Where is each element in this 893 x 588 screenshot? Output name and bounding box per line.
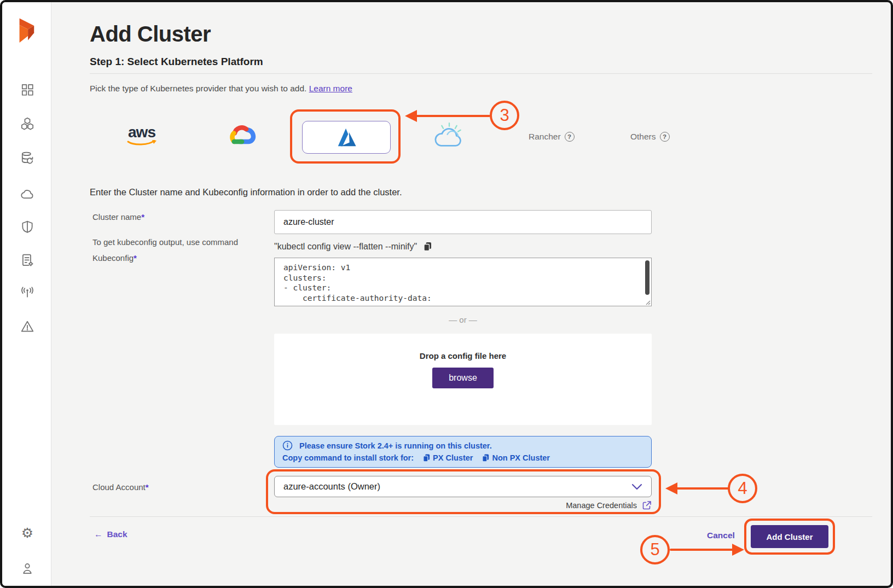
gcp-logo-icon [225,123,257,148]
sidebar-item-profile[interactable] [20,561,35,576]
stork-info-alert: Please ensure Stork 2.4+ is running on t… [274,436,652,468]
copy-icon [482,453,490,462]
cloud-account-value: azure-accounts (Owner) [283,481,380,492]
drop-text: Drop a config file here [274,351,652,360]
back-button[interactable]: ← Back [94,529,127,539]
annotation-arrowhead-5 [732,544,744,556]
cluster-name-label: Cluster name* [92,212,144,222]
add-cluster-button[interactable]: Add Cluster [751,525,828,548]
alert-copy-prefix: Copy command to install stork for: [282,453,414,462]
aws-logo-icon: aws [125,125,159,140]
annotation-circle-5: 5 [640,535,670,564]
cubes-icon [20,117,34,131]
rancher-label: Rancher [529,132,561,142]
provider-gcp[interactable] [225,123,257,150]
chevron-down-icon [631,484,642,490]
sidebar-item-rules[interactable] [20,253,35,268]
non-px-cluster-copy-link[interactable]: Non PX Cluster [482,453,550,462]
manage-credentials-link[interactable]: Manage Credentials [566,501,637,510]
shield-icon [20,220,34,234]
required-mark: * [134,253,137,263]
required-mark: * [141,212,144,222]
page-title: Add Cluster [90,22,211,46]
back-arrow-icon: ← [94,529,103,539]
or-divider: — or — [274,315,652,324]
config-dropzone[interactable]: Drop a config file here browse [274,334,652,425]
header-divider [90,73,872,74]
cloud-account-label: Cloud Account* [92,482,149,492]
provider-azure-selected[interactable] [302,121,391,154]
cancel-button[interactable]: Cancel [707,531,735,540]
provider-rancher[interactable]: Rancher ? [529,132,575,142]
cloud-account-select[interactable]: azure-accounts (Owner) [274,476,652,497]
sidebar-item-backups[interactable] [20,150,35,166]
sidebar: ⚙ [2,2,51,586]
provider-ibm-cloud[interactable] [432,121,466,152]
provider-others[interactable]: Others ? [630,132,670,142]
portworx-logo-icon [16,16,38,47]
warning-icon [20,319,34,334]
sidebar-item-monitoring[interactable] [20,284,35,300]
kubeconfig-command-row: "kubectl config view --flatten --minify" [274,241,433,252]
sidebar-item-clusters[interactable] [20,116,35,131]
cloud-rays-icon [432,121,466,150]
aws-swoosh-icon [126,140,157,148]
info-icon [282,440,293,451]
annotation-arrowline-3 [416,115,490,117]
scrollbar-thumb[interactable] [645,260,650,295]
sidebar-item-dashboard[interactable] [20,82,35,97]
annotation-arrowline-4 [676,487,729,490]
gear-icon: ⚙ [21,526,33,540]
rancher-help-icon[interactable]: ? [565,132,575,142]
provider-aws[interactable]: aws [125,125,159,150]
footer-divider [90,516,872,517]
kubeconfig-textarea-wrap: apiVersion: v1 clusters: - cluster: cert… [274,258,652,306]
kubeconfig-label: Kubeconfig* [92,253,137,263]
browse-button[interactable]: browse [432,368,494,388]
annotation-circle-4: 4 [728,474,757,503]
add-cluster-window: ⚙ Add Cluster Step 1: Select Kubernetes … [0,0,893,588]
grid-icon [20,83,34,97]
section-intro: Enter the Cluster name and Kubeconfig in… [90,187,402,197]
cloud-icon [20,187,34,201]
manage-credentials-row: Manage Credentials [274,500,652,510]
user-icon [20,561,34,575]
required-mark: * [146,482,149,492]
annotation-arrowline-5 [670,549,734,551]
external-link-icon[interactable] [642,500,652,510]
intro-text: Pick the type of Kubernetes provider tha… [90,84,352,94]
kubeconfig-textarea[interactable]: apiVersion: v1 clusters: - cluster: cert… [275,258,651,306]
step-heading: Step 1: Select Kubernetes Platform [90,56,263,68]
annotation-circle-3: 3 [490,101,519,130]
sidebar-item-alerts[interactable] [20,319,35,334]
alert-message: Please ensure Stork 2.4+ is running on t… [299,441,492,450]
others-help-icon[interactable]: ? [660,132,670,142]
copy-command-icon[interactable] [422,241,433,252]
broadcast-icon [20,285,34,299]
annotation-arrowhead-3 [405,110,417,122]
learn-more-link[interactable]: Learn more [309,84,352,93]
others-label: Others [630,132,656,142]
copy-icon [422,453,431,462]
kubeconfig-command: "kubectl config view --flatten --minify" [274,242,417,252]
annotation-arrowhead-4 [665,482,677,494]
px-cluster-copy-link[interactable]: PX Cluster [422,453,473,462]
resize-grip-icon[interactable] [644,299,651,305]
sidebar-item-cloud[interactable] [20,187,35,202]
checklist-settings-icon [20,253,34,267]
sidebar-item-settings[interactable]: ⚙ [20,525,35,540]
azure-logo-icon [334,127,359,148]
database-restore-icon [20,151,34,165]
sidebar-item-security[interactable] [20,219,35,235]
cluster-name-input[interactable] [274,210,652,234]
kubeconfig-hint-label: To get kubeconfig output, use command [92,237,262,247]
